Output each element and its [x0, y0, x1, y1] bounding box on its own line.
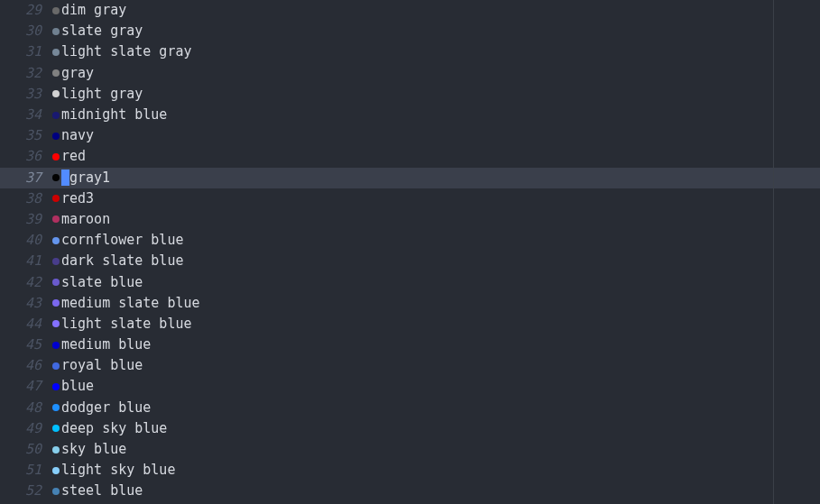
line-text: midnight blue	[61, 105, 167, 125]
color-swatch-icon	[52, 320, 60, 327]
editor-line[interactable]: 51light sky blue	[0, 460, 820, 481]
editor-line[interactable]: 47blue	[0, 376, 820, 397]
line-text: gray1	[69, 168, 110, 188]
editor-line[interactable]: 38red3	[0, 188, 820, 209]
color-swatch-icon	[52, 342, 60, 349]
color-swatch-icon	[52, 258, 60, 265]
editor-line[interactable]: 39maroon	[0, 209, 820, 230]
color-swatch-icon	[52, 174, 60, 181]
line-number: 42	[0, 272, 52, 293]
line-number: 37	[0, 168, 52, 188]
line-text: dark slate blue	[61, 251, 183, 271]
editor-line[interactable]: 34midnight blue	[0, 105, 820, 125]
line-text: sky blue	[61, 439, 126, 460]
line-text: light slate blue	[61, 314, 192, 334]
color-swatch-icon	[52, 133, 60, 140]
editor-line[interactable]: 49deep sky blue	[0, 418, 820, 439]
color-swatch-icon	[52, 362, 60, 370]
line-number: 52	[0, 481, 52, 501]
line-text: royal blue	[61, 355, 143, 376]
editor-line[interactable]: 29dim gray	[0, 0, 820, 21]
color-swatch-icon	[52, 488, 60, 495]
color-swatch-icon	[52, 279, 60, 286]
line-number: 43	[0, 293, 52, 314]
color-swatch-icon	[52, 90, 60, 97]
line-number: 49	[0, 418, 52, 439]
line-number: 30	[0, 21, 52, 41]
line-text: light sky blue	[61, 460, 175, 481]
line-text: medium slate blue	[61, 293, 200, 314]
line-number: 41	[0, 251, 52, 271]
line-number: 47	[0, 376, 52, 397]
editor-line[interactable]: 44light slate blue	[0, 314, 820, 334]
line-text: steel blue	[61, 481, 143, 501]
line-text: deep sky blue	[61, 418, 167, 439]
editor-line[interactable]: 50sky blue	[0, 439, 820, 460]
color-swatch-icon	[52, 446, 60, 454]
editor-line[interactable]: 46royal blue	[0, 355, 820, 376]
line-text: light gray	[61, 84, 143, 105]
code-editor[interactable]: 29dim gray30slate gray31light slate gray…	[0, 0, 820, 504]
line-text: navy	[61, 125, 94, 146]
color-swatch-icon	[52, 383, 60, 390]
color-swatch-icon	[52, 237, 60, 244]
line-number: 45	[0, 334, 52, 355]
column-ruler	[773, 0, 774, 504]
text-cursor	[61, 170, 69, 186]
color-swatch-icon	[52, 467, 60, 474]
line-number: 39	[0, 209, 52, 230]
editor-line[interactable]: 37gray1	[0, 168, 820, 188]
editor-line[interactable]: 35navy	[0, 125, 820, 146]
editor-line[interactable]: 42slate blue	[0, 271, 820, 292]
line-number: 36	[0, 146, 52, 167]
color-swatch-icon	[52, 112, 60, 119]
line-text: dodger blue	[61, 398, 151, 418]
line-number: 40	[0, 230, 52, 251]
line-number: 32	[0, 63, 52, 84]
editor-line[interactable]: 30slate gray	[0, 21, 820, 41]
editor-line[interactable]: 32gray	[0, 63, 820, 84]
color-swatch-icon	[52, 425, 60, 432]
line-number: 48	[0, 398, 52, 418]
line-text: light slate gray	[61, 41, 192, 62]
editor-line[interactable]: 33light gray	[0, 84, 820, 105]
editor-line[interactable]: 31light slate gray	[0, 41, 820, 62]
editor-line[interactable]: 41dark slate blue	[0, 251, 820, 271]
line-text: slate blue	[61, 272, 143, 293]
editor-line[interactable]: 52steel blue	[0, 481, 820, 501]
line-text: blue	[61, 376, 94, 397]
line-number: 44	[0, 314, 52, 334]
editor-line[interactable]: 36red	[0, 146, 820, 167]
color-swatch-icon	[52, 404, 60, 411]
line-text: dim gray	[61, 0, 126, 21]
color-swatch-icon	[52, 215, 60, 223]
line-text: red3	[61, 188, 94, 209]
line-number: 33	[0, 84, 52, 105]
editor-line[interactable]: 48dodger blue	[0, 398, 820, 418]
line-number: 34	[0, 105, 52, 125]
color-swatch-icon	[52, 195, 60, 202]
line-number: 29	[0, 0, 52, 21]
editor-line[interactable]: 45medium blue	[0, 334, 820, 355]
line-text: gray	[61, 63, 94, 84]
line-number: 50	[0, 439, 52, 460]
line-number: 38	[0, 188, 52, 209]
line-number: 31	[0, 41, 52, 62]
color-swatch-icon	[52, 28, 60, 35]
color-swatch-icon	[52, 69, 60, 77]
line-text: maroon	[61, 209, 110, 230]
line-text: cornflower blue	[61, 230, 183, 251]
line-number: 46	[0, 355, 52, 376]
line-number: 35	[0, 125, 52, 146]
line-text: slate gray	[61, 21, 143, 41]
editor-line[interactable]: 43medium slate blue	[0, 293, 820, 314]
line-number: 51	[0, 460, 52, 481]
line-text: medium blue	[61, 334, 151, 355]
color-swatch-icon	[52, 7, 60, 14]
color-swatch-icon	[52, 153, 60, 160]
color-swatch-icon	[52, 299, 60, 307]
editor-line[interactable]: 40cornflower blue	[0, 230, 820, 251]
line-text: red	[61, 146, 86, 167]
color-swatch-icon	[52, 49, 60, 56]
